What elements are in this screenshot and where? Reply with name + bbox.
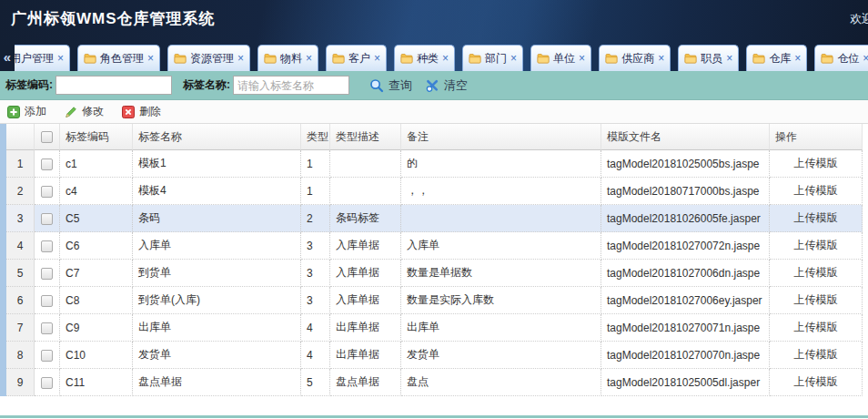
table-row[interactable]: 4C6入库单3入库单据入库单tagModel201810270072n.jasp… [6,232,863,260]
row-checkbox[interactable] [41,322,53,334]
data-grid: 标签编码标签名称类型类型描述备注模版文件名操作 1c1模板11的tagModel… [0,124,868,396]
cell-file-name: tagModel20181026005fe.jasper [601,205,770,232]
folder-icon [605,53,618,64]
checkbox-cell [35,342,60,369]
edit-button[interactable]: 修改 [65,104,104,119]
query-button[interactable]: 查询 [369,77,412,94]
tab-close-icon[interactable]: × [863,53,868,64]
add-button[interactable]: 添加 [7,104,46,119]
column-header-3[interactable]: 类型 [301,124,330,150]
tab-item-11[interactable]: 仓库× [746,45,807,71]
tab-bar: 用户管理×角色管理×资源管理×物料×客户×种类×部门×单位×供应商×职员×仓库×… [0,40,868,71]
clear-button[interactable]: 清空 [425,77,468,94]
column-header-6[interactable]: 模版文件名 [601,124,770,150]
cell-type-desc [330,178,401,205]
cell-tag-code: C11 [60,369,133,396]
upload-template-link[interactable]: 上传模版 [794,293,838,306]
table-row[interactable]: 2c4模板41，，tagModel20180717000bs.jaspe上传模版 [6,178,863,205]
column-header-2[interactable]: 标签名称 [133,124,301,150]
table-header-row: 标签编码标签名称类型类型描述备注模版文件名操作 [6,124,863,150]
tag-name-input[interactable] [233,76,349,95]
column-header-7[interactable]: 操作 [770,124,863,150]
query-button-label: 查询 [389,77,412,94]
cell-type: 2 [301,205,330,232]
welcome-text: 欢迎 [850,11,868,27]
tab-item-12[interactable]: 仓位× [814,45,868,71]
column-header-4[interactable]: 类型描述 [330,124,401,150]
row-checkbox[interactable] [41,186,53,198]
action-cell: 上传模版 [770,314,863,342]
title-row: 广州标领WMS仓库管理系统 欢迎 [0,0,868,36]
row-checkbox[interactable] [41,213,53,225]
row-checkbox[interactable] [41,158,53,170]
row-checkbox[interactable] [41,350,53,362]
tab-close-icon[interactable]: × [510,53,517,64]
tab-close-icon[interactable]: × [374,53,380,64]
tab-close-icon[interactable]: × [147,53,154,64]
tab-close-icon[interactable]: × [794,53,801,64]
search-panel: 标签编码: 标签名称: 查询 清空 [0,71,868,100]
tab-close-icon[interactable]: × [442,53,449,64]
folder-icon [332,53,345,64]
tab-close-icon[interactable]: × [306,53,312,64]
tab-scroll-left-button[interactable]: « [0,45,15,71]
cell-type-desc: 条码标签 [330,205,401,232]
tab-item-10[interactable]: 职员× [678,45,739,71]
tab-item-9[interactable]: 供应商× [599,45,671,71]
tab-item-6[interactable]: 种类× [394,45,455,71]
table-row[interactable]: 8C10发货单4出库单据发货单tagModel201810270070n.jas… [6,342,863,369]
column-header-1[interactable]: 标签编码 [60,124,133,150]
row-number: 5 [6,260,35,287]
delete-button[interactable]: 删除 [122,104,161,119]
tag-code-input[interactable] [56,76,172,95]
upload-template-link[interactable]: 上传模版 [794,211,838,224]
table-row[interactable]: 6C8到货单(入库)3入库单据数量是实际入库数tagModel201810270… [6,287,863,314]
tab-item-4[interactable]: 物料× [257,45,318,71]
tab-close-icon[interactable]: × [658,53,664,64]
table-row[interactable]: 5C7到货单3入库单据数量是单据数tagModel20181027006dn.j… [6,260,863,287]
cell-tag-name: 发货单 [133,342,301,369]
tab-close-icon[interactable]: × [579,53,585,64]
checkbox-cell [35,287,60,314]
row-checkbox[interactable] [41,377,53,389]
upload-template-link[interactable]: 上传模版 [794,184,838,197]
row-number: 2 [6,178,35,205]
select-all-checkbox[interactable] [41,131,53,143]
row-checkbox[interactable] [41,295,53,307]
table-row[interactable]: 1c1模板11的tagModel20181025005bs.jaspe上传模版 [6,150,863,178]
cell-type: 4 [301,314,330,342]
table-row[interactable]: 9C11盘点单据5盘点单据盘点tagModel20181025005dl.jas… [6,369,863,396]
tab-label: 职员 [700,51,723,66]
row-checkbox[interactable] [41,240,53,252]
checkbox-cell [35,178,60,205]
cell-type: 3 [301,232,330,260]
action-cell: 上传模版 [770,260,863,287]
action-cell: 上传模版 [770,178,863,205]
tag-table: 标签编码标签名称类型类型描述备注模版文件名操作 1c1模板11的tagModel… [6,124,863,396]
tab-item-5[interactable]: 客户× [326,45,387,71]
upload-template-link[interactable]: 上传模版 [794,157,838,169]
cell-type-desc: 入库单据 [330,260,401,287]
table-row[interactable]: 7C9出库单4出库单据出库单tagModel201810270071n.jasp… [6,314,863,342]
row-checkbox[interactable] [41,268,53,280]
row-number: 3 [6,205,35,232]
tab-close-icon[interactable]: × [237,53,244,64]
tab-close-icon[interactable]: × [726,53,732,64]
column-header-5[interactable]: 备注 [401,124,601,150]
table-row[interactable]: 3C5条码2条码标签tagModel20181026005fe.jasper上传… [6,205,863,232]
tab-item-2[interactable]: 角色管理× [77,45,160,71]
tab-item-3[interactable]: 资源管理× [167,45,250,71]
upload-template-link[interactable]: 上传模版 [794,348,838,361]
upload-template-link[interactable]: 上传模版 [794,375,838,388]
tab-item-7[interactable]: 部门× [462,45,523,71]
checkbox-cell [35,150,60,178]
cell-file-name: tagModel20181025005dl.jasper [601,369,770,396]
tab-item-8[interactable]: 单位× [530,45,591,71]
upload-template-link[interactable]: 上传模版 [794,239,838,251]
upload-template-link[interactable]: 上传模版 [794,321,838,333]
checkbox-cell [35,232,60,260]
upload-template-link[interactable]: 上传模版 [794,266,838,279]
tab-close-icon[interactable]: × [57,53,64,64]
cell-remark: 入库单 [401,232,601,260]
folder-icon [264,53,277,64]
